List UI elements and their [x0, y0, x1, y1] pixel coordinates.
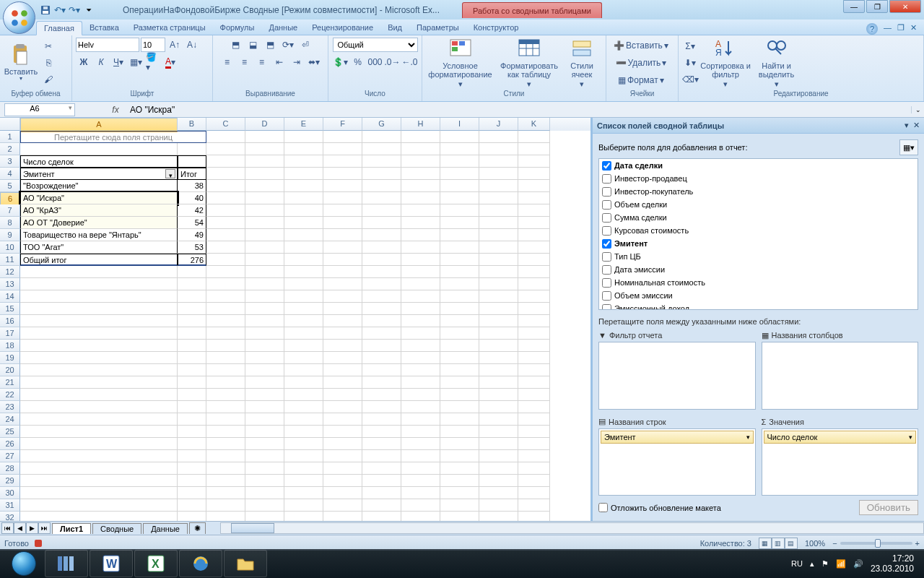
cell[interactable]: 49 [178, 229, 206, 241]
update-button[interactable]: Обновить [859, 500, 918, 515]
cell[interactable] [401, 278, 440, 290]
page-break-view-icon[interactable]: ▤ [785, 538, 798, 549]
cell[interactable] [479, 475, 518, 487]
cell[interactable] [518, 143, 550, 155]
cell[interactable] [440, 266, 479, 278]
cell[interactable]: Товарищество на вере "Янтарь" [20, 229, 178, 241]
cell[interactable] [178, 290, 206, 303]
tab-Вставка[interactable]: Вставка [82, 21, 126, 35]
cell[interactable] [284, 315, 323, 327]
cell[interactable] [206, 290, 245, 303]
cell[interactable] [245, 475, 284, 487]
cell[interactable] [479, 487, 518, 499]
cell[interactable] [284, 413, 323, 426]
cell[interactable] [178, 155, 206, 168]
cell[interactable] [178, 512, 206, 521]
help-icon[interactable]: ? [866, 23, 878, 35]
cell[interactable] [206, 241, 245, 254]
first-sheet-icon[interactable]: ⏮ [1, 522, 14, 534]
cell[interactable] [20, 499, 178, 512]
insert-cells-button[interactable]: ➕ Вставить ▾ [610, 38, 672, 53]
row-header[interactable]: 9 [0, 229, 20, 241]
cell[interactable] [518, 340, 550, 352]
align-middle-icon[interactable]: ⬓ [245, 37, 261, 53]
cell[interactable] [20, 487, 178, 499]
cell[interactable] [284, 241, 323, 254]
row-header[interactable]: 23 [0, 401, 20, 413]
font-name-input[interactable] [76, 38, 139, 52]
cell[interactable] [362, 450, 401, 462]
cell[interactable] [518, 499, 550, 512]
cell[interactable] [479, 376, 518, 389]
cell[interactable] [245, 168, 284, 180]
conditional-formatting-button[interactable]: Условное форматирование▾ [426, 39, 494, 87]
cell[interactable] [178, 401, 206, 413]
cell[interactable] [362, 512, 401, 521]
cell[interactable] [401, 217, 440, 229]
cell[interactable] [323, 254, 362, 266]
cell[interactable] [401, 229, 440, 241]
save-icon[interactable] [40, 4, 51, 16]
cell[interactable] [178, 278, 206, 290]
cell[interactable] [206, 376, 245, 389]
cell[interactable] [178, 303, 206, 315]
cell[interactable] [362, 487, 401, 499]
cell[interactable] [206, 487, 245, 499]
cell[interactable] [206, 204, 245, 217]
sheet-tab[interactable]: Данные [143, 523, 188, 534]
cell[interactable] [323, 438, 362, 450]
cell[interactable] [479, 352, 518, 364]
cell[interactable] [518, 475, 550, 487]
format-as-table-button[interactable]: Форматировать как таблицу▾ [497, 39, 562, 87]
cell[interactable] [206, 499, 245, 512]
col-header[interactable]: B [178, 118, 206, 131]
cell[interactable] [284, 278, 323, 290]
font-color-icon[interactable]: A▾ [162, 54, 178, 70]
cell[interactable] [245, 376, 284, 389]
row-header[interactable]: 14 [0, 290, 20, 303]
field-checkbox[interactable] [602, 278, 611, 288]
horizontal-scrollbar[interactable] [220, 522, 924, 534]
row-header[interactable]: 25 [0, 426, 20, 438]
new-sheet-icon[interactable]: ✺ [189, 522, 206, 534]
cell[interactable] [479, 229, 518, 241]
cell[interactable] [479, 254, 518, 266]
autosum-icon[interactable]: Σ▾ [682, 38, 698, 54]
cell[interactable] [206, 131, 245, 143]
field-checkbox[interactable] [602, 252, 611, 262]
cell[interactable] [20, 401, 178, 413]
cell[interactable] [362, 340, 401, 352]
cell[interactable] [323, 217, 362, 229]
cell[interactable] [440, 364, 479, 376]
cell[interactable] [440, 303, 479, 315]
field-checkbox[interactable] [602, 174, 611, 184]
cell[interactable]: Число сделок [20, 155, 178, 168]
row-field-chip[interactable]: Эмитент [601, 431, 754, 444]
cell[interactable] [479, 499, 518, 512]
cell[interactable] [440, 278, 479, 290]
cell[interactable] [284, 254, 323, 266]
cell[interactable] [440, 290, 479, 303]
cell[interactable] [178, 487, 206, 499]
cell[interactable] [245, 217, 284, 229]
cell[interactable] [401, 131, 440, 143]
zoom-out-icon[interactable]: − [832, 539, 837, 548]
tab-Разметка страницы[interactable]: Разметка страницы [126, 21, 213, 35]
field-item[interactable]: Эмиссионный доход [599, 302, 918, 310]
cell[interactable] [245, 401, 284, 413]
cell[interactable] [401, 413, 440, 426]
cell[interactable] [245, 229, 284, 241]
cell[interactable] [284, 180, 323, 192]
cell[interactable] [518, 217, 550, 229]
fill-icon[interactable]: ⬇▾ [682, 55, 698, 71]
cell[interactable] [206, 450, 245, 462]
cell[interactable] [284, 376, 323, 389]
cell[interactable] [245, 155, 284, 168]
cell[interactable] [206, 168, 245, 180]
cell[interactable] [440, 155, 479, 168]
cell[interactable] [323, 155, 362, 168]
cell[interactable] [245, 438, 284, 450]
cell[interactable] [323, 278, 362, 290]
col-header[interactable]: J [479, 118, 518, 131]
cell[interactable] [440, 131, 479, 143]
